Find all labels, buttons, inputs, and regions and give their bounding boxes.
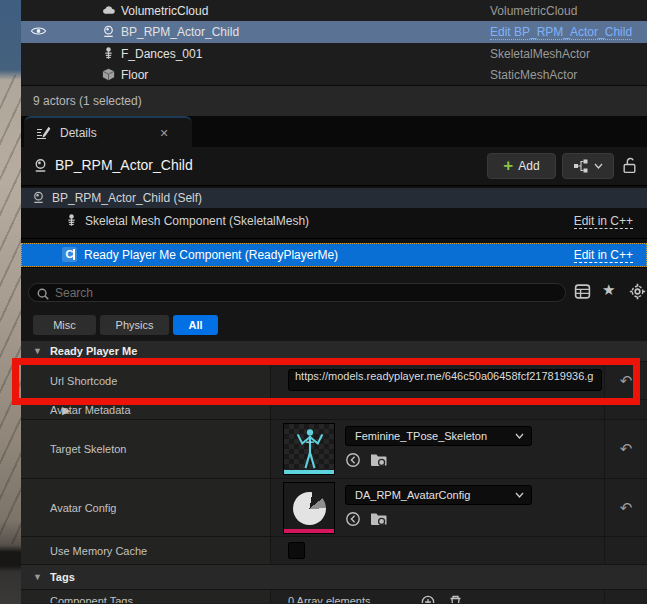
edit-blueprint-link[interactable]: Edit BP_RPM_Actor_Child bbox=[490, 25, 632, 40]
actor-type: VolumetricCloud bbox=[490, 4, 577, 18]
actor-type: StaticMeshActor bbox=[490, 68, 577, 82]
details-tab-bar: Details ✕ bbox=[21, 116, 647, 147]
chevron-expanded-icon: ▼ bbox=[33, 346, 42, 356]
browse-to-asset-icon[interactable] bbox=[370, 511, 388, 527]
property-label: Component Tags bbox=[50, 595, 133, 603]
chevron-down-icon bbox=[515, 492, 524, 498]
component-label: Ready Player Me Component (ReadyPlayerMe… bbox=[84, 248, 338, 262]
add-element-icon[interactable] bbox=[421, 595, 435, 603]
chevron-expanded-icon: ▼ bbox=[33, 572, 42, 582]
pie-chart-icon bbox=[293, 492, 326, 525]
asset-color-bar bbox=[284, 529, 334, 533]
edit-in-cpp-link[interactable]: Edit in C++ bbox=[574, 248, 633, 263]
array-count-text: 0 Array elements bbox=[288, 595, 371, 603]
property-row-avatar-config: Avatar Config DA_RPM_AvatarConfig bbox=[21, 479, 647, 537]
dropdown-value: Feminine_TPose_Skeleton bbox=[355, 430, 515, 442]
avatar-config-thumbnail[interactable] bbox=[283, 482, 335, 534]
annotation-rectangle bbox=[12, 358, 640, 405]
eye-icon[interactable] bbox=[30, 25, 47, 37]
component-label: Skeletal Mesh Component (SkeletalMesh) bbox=[85, 214, 309, 228]
use-selected-asset-icon[interactable] bbox=[345, 452, 361, 468]
category-label: Tags bbox=[50, 571, 75, 583]
actor-count-text: 9 actors (1 selected) bbox=[33, 94, 142, 108]
outliner-row[interactable]: Floor StaticMeshActor bbox=[21, 64, 647, 85]
filter-chip-all[interactable]: All bbox=[173, 315, 218, 335]
use-memory-cache-checkbox[interactable] bbox=[288, 542, 305, 559]
property-label: Use Memory Cache bbox=[50, 545, 147, 557]
search-box[interactable] bbox=[28, 283, 566, 302]
chevron-down-icon bbox=[594, 163, 603, 169]
world-outliner: VolumetricCloud VolumetricCloud BP_RPM_A… bbox=[21, 0, 647, 85]
pawn-icon bbox=[101, 24, 116, 39]
search-icon bbox=[36, 287, 50, 301]
reset-to-default-icon[interactable]: ↶ bbox=[620, 499, 633, 517]
viewport-background bbox=[0, 0, 21, 604]
display-filter-icon[interactable] bbox=[574, 283, 591, 300]
outliner-status-bar: 9 actors (1 selected) bbox=[21, 85, 647, 116]
details-search-row: ★ bbox=[21, 272, 647, 310]
actor-label[interactable]: Floor bbox=[121, 68, 148, 82]
use-selected-asset-icon[interactable] bbox=[345, 511, 361, 527]
avatar-config-dropdown[interactable]: DA_RPM_AvatarConfig bbox=[345, 485, 532, 505]
target-skeleton-dropdown[interactable]: Feminine_TPose_Skeleton bbox=[345, 426, 532, 446]
component-icon: C bbox=[62, 247, 77, 262]
pawn-icon bbox=[32, 157, 49, 174]
component-row-ready-player-me[interactable]: C Ready Player Me Component (ReadyPlayer… bbox=[21, 243, 647, 267]
property-row-component-tags: Component Tags 0 Array elements bbox=[21, 590, 647, 603]
component-label: BP_RPM_Actor_Child (Self) bbox=[52, 191, 202, 205]
trash-icon[interactable] bbox=[449, 595, 462, 603]
dropdown-value: DA_RPM_AvatarConfig bbox=[355, 489, 515, 501]
component-tree: BP_RPM_Actor_Child (Self) Skeletal Mesh … bbox=[21, 185, 647, 268]
actor-type: SkeletalMeshActor bbox=[490, 47, 590, 61]
outliner-row-selected[interactable]: BP_RPM_Actor_Child Edit BP_RPM_Actor_Chi… bbox=[21, 21, 647, 43]
plus-icon: + bbox=[503, 159, 513, 173]
node-graph-icon bbox=[573, 159, 589, 173]
asset-color-bar bbox=[284, 470, 334, 474]
tab-details[interactable]: Details ✕ bbox=[24, 116, 192, 147]
outliner-row[interactable]: VolumetricCloud VolumetricCloud bbox=[21, 0, 647, 21]
details-icon bbox=[35, 125, 51, 141]
skeletal-mesh-icon bbox=[64, 213, 80, 229]
chevron-down-icon bbox=[515, 433, 524, 439]
property-row-target-skeleton: Target Skeleton Feminine_TPose_Skeleton bbox=[21, 420, 647, 479]
add-button-label: Add bbox=[518, 159, 539, 173]
search-input[interactable] bbox=[55, 285, 555, 300]
divider bbox=[21, 238, 647, 239]
property-label: Target Skeleton bbox=[50, 443, 126, 455]
actor-label[interactable]: BP_RPM_Actor_Child bbox=[121, 25, 239, 39]
skeletal-mesh-icon bbox=[101, 46, 116, 61]
lock-open-icon[interactable] bbox=[622, 157, 637, 174]
category-filter-row: Misc Physics All bbox=[21, 310, 647, 341]
skeleton-thumbnail[interactable] bbox=[283, 423, 335, 475]
outliner-row[interactable]: F_Dances_001 SkeletalMeshActor bbox=[21, 43, 647, 64]
component-row-self[interactable]: BP_RPM_Actor_Child (Self) bbox=[21, 188, 647, 208]
pawn-icon bbox=[31, 190, 47, 206]
filter-chip-physics[interactable]: Physics bbox=[100, 315, 169, 335]
page-title: BP_RPM_Actor_Child bbox=[55, 157, 193, 173]
close-icon[interactable]: ✕ bbox=[156, 125, 172, 141]
add-component-button[interactable]: + Add bbox=[487, 153, 556, 179]
edit-in-cpp-link[interactable]: Edit in C++ bbox=[574, 214, 633, 229]
actor-label[interactable]: VolumetricCloud bbox=[121, 4, 208, 18]
component-row-skeletal-mesh[interactable]: Skeletal Mesh Component (SkeletalMesh) E… bbox=[21, 210, 647, 232]
reset-to-default-icon[interactable]: ↶ bbox=[620, 440, 633, 458]
actor-label[interactable]: F_Dances_001 bbox=[121, 47, 202, 61]
unreal-editor-window: VolumetricCloud VolumetricCloud BP_RPM_A… bbox=[0, 0, 647, 604]
gear-icon[interactable] bbox=[629, 283, 646, 300]
favorites-star-icon[interactable]: ★ bbox=[602, 281, 615, 299]
blueprint-edit-dropdown-button[interactable] bbox=[562, 153, 614, 179]
property-label: Avatar Config bbox=[50, 502, 116, 514]
category-tags[interactable]: ▼ Tags bbox=[21, 565, 647, 590]
browse-to-asset-icon[interactable] bbox=[370, 452, 388, 468]
floor-tiles bbox=[0, 75, 21, 544]
cloud-icon bbox=[101, 3, 116, 18]
category-label: Ready Player Me bbox=[50, 345, 137, 357]
details-header: BP_RPM_Actor_Child + Add bbox=[21, 147, 647, 185]
filter-chip-misc[interactable]: Misc bbox=[33, 315, 96, 335]
property-row-use-memory-cache: Use Memory Cache bbox=[21, 537, 647, 565]
tab-label: Details bbox=[60, 126, 97, 140]
static-mesh-icon bbox=[101, 67, 116, 82]
